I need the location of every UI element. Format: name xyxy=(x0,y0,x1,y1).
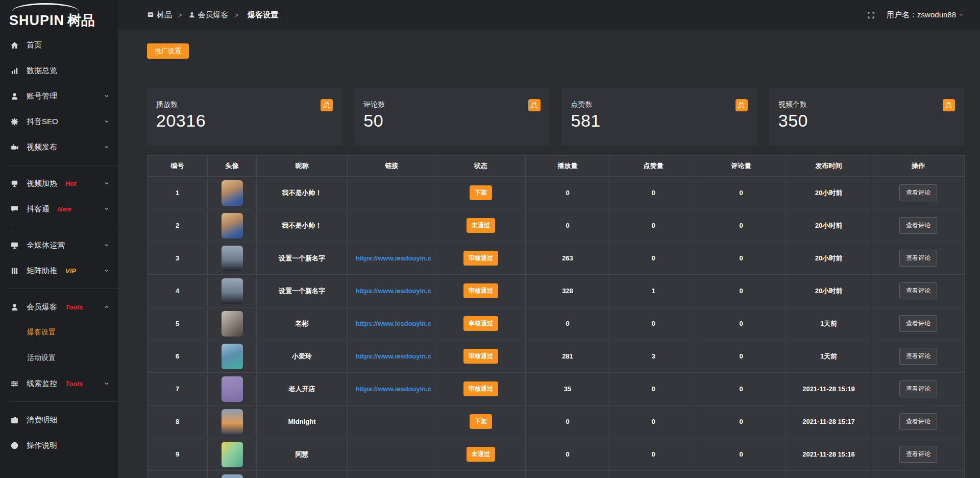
stat-card-title: 播放数 xyxy=(156,100,333,109)
video-link[interactable]: https://www.iesdouyin.c xyxy=(356,352,431,360)
column-header-9: 操作 xyxy=(872,156,965,177)
view-comments-button[interactable]: 查看评论 xyxy=(899,315,937,332)
cell-status: 审核通过 xyxy=(436,275,526,307)
sidebar-item-4[interactable]: 视频发布 xyxy=(0,134,118,160)
sidebar-item-1[interactable]: 数据总览 xyxy=(0,58,118,83)
cell-time xyxy=(786,471,872,478)
chevron-down-icon xyxy=(104,180,110,186)
total-badge: 总 xyxy=(528,99,541,111)
grid-icon xyxy=(10,267,19,275)
avatar xyxy=(222,246,243,271)
video-link[interactable]: https://www.iesdouyin.c xyxy=(356,254,431,262)
video-link[interactable]: https://www.iesdouyin.c xyxy=(356,320,431,327)
cell-likes: 3 xyxy=(610,340,697,373)
cell-status: 未通过 xyxy=(436,209,526,242)
view-comments-button[interactable]: 查看评论 xyxy=(899,348,937,365)
stat-card-1: 评论数50总 xyxy=(354,88,549,146)
cell-likes: 1 xyxy=(610,275,697,307)
chevron-down-icon xyxy=(104,268,110,274)
sidebar-item-11[interactable]: 消费明细 xyxy=(0,407,118,433)
cell-nickname: 设置一个新名字 xyxy=(257,242,348,275)
breadcrumb-item-member[interactable]: 会员爆客 xyxy=(188,10,229,20)
view-comments-button[interactable]: 查看评论 xyxy=(899,250,937,267)
bar-chart-icon xyxy=(10,66,19,75)
sidebar-item-6[interactable]: 抖客通New xyxy=(0,196,118,222)
cell-nickname: Midnight xyxy=(257,405,348,438)
help-icon: ? xyxy=(10,441,19,450)
avatar xyxy=(222,409,243,435)
sidebar-item-7[interactable]: 全媒体运营 xyxy=(0,232,118,258)
status-badge: 审核通过 xyxy=(463,283,498,298)
user-menu[interactable]: 用户名：zswodun88 xyxy=(887,10,964,20)
sidebar-item-9[interactable]: 会员爆客Tools xyxy=(0,294,118,320)
cell-action: 查看评论 xyxy=(872,307,965,340)
cell-action: 查看评论 xyxy=(872,209,965,242)
view-comments-button[interactable]: 查看评论 xyxy=(899,282,937,299)
video-link[interactable]: https://www.iesdouyin.c xyxy=(356,385,431,393)
breadcrumb-item-home[interactable]: 树品 xyxy=(147,10,172,20)
sidebar-item-label: 会员爆客 xyxy=(27,302,57,312)
cell-status: 审核通过 xyxy=(436,373,526,405)
cell-plays: 0 xyxy=(526,438,610,471)
cell-link: https://www.iesdouyin.c xyxy=(348,275,436,307)
view-comments-button[interactable]: 查看评论 xyxy=(899,446,937,463)
sidebar-subitem-9-1[interactable]: 活动设置 xyxy=(0,345,118,371)
breadcrumb-label: 会员爆客 xyxy=(198,10,229,20)
user-icon xyxy=(10,92,19,101)
promotion-settings-button[interactable]: 推广设置 xyxy=(147,43,189,59)
table-row: 4设置一个新名字https://www.iesdouyin.c审核通过32810… xyxy=(148,275,965,307)
table-row: 7老人开店https://www.iesdouyin.c审核通过35002021… xyxy=(148,373,965,405)
cell-link xyxy=(348,405,436,438)
home-icon xyxy=(10,41,19,50)
sidebar-item-5[interactable]: 视频加热Hot xyxy=(0,171,118,196)
column-header-6: 点赞量 xyxy=(610,156,697,177)
chevron-down-icon xyxy=(104,118,110,125)
wallet-icon xyxy=(10,416,19,424)
stat-card-value: 50 xyxy=(363,111,540,131)
cell-nickname: 小爱玲 xyxy=(257,340,348,373)
status-badge: 审核通过 xyxy=(463,349,498,364)
sidebar-item-label: 数据总览 xyxy=(27,66,57,76)
content: 推广设置 播放数20316总评论数50总点赞数581总视频个数350总 编号头像… xyxy=(118,30,980,478)
topbar: 树品 > 会员爆客 > 爆客设置 用户名：zswodun88 xyxy=(118,0,980,30)
cell-likes: 0 xyxy=(610,177,697,209)
view-comments-button[interactable]: 查看评论 xyxy=(899,184,937,201)
sidebar-item-0[interactable]: 首页 xyxy=(0,32,118,58)
avatar xyxy=(222,278,243,304)
cell-comments: 0 xyxy=(697,340,786,373)
sidebar-item-label: 抖客通 xyxy=(27,204,50,214)
fullscreen-icon[interactable] xyxy=(867,11,875,19)
brand-logo[interactable]: SHUPIN树品 xyxy=(0,0,118,30)
cell-nickname: 阿慧 xyxy=(257,438,348,471)
cell-comments: 0 xyxy=(697,209,786,242)
cell-id: 2 xyxy=(148,209,208,242)
column-header-1: 头像 xyxy=(208,156,257,177)
sidebar-subitem-9-0[interactable]: 爆客设置 xyxy=(0,320,118,345)
cell-nickname: 我不是小帅！ xyxy=(257,177,348,209)
column-header-4: 状态 xyxy=(436,156,526,177)
sidebar-item-10[interactable]: 线索监控Tools xyxy=(0,371,118,396)
cell-likes: 0 xyxy=(610,405,697,438)
cell-action: 查看评论 xyxy=(872,405,965,438)
sidebar-item-label: 抖音SEO xyxy=(27,117,58,127)
view-comments-button[interactable]: 查看评论 xyxy=(899,413,937,430)
cell-avatar xyxy=(208,275,257,307)
cell-plays xyxy=(526,471,610,478)
sidebar-item-12[interactable]: ?操作说明 xyxy=(0,433,118,458)
cell-nickname: 我不是小帅！ xyxy=(257,209,348,242)
cell-avatar xyxy=(208,471,257,478)
sidebar-item-label: 视频加热 xyxy=(27,179,57,188)
video-link[interactable]: https://www.iesdouyin.c xyxy=(356,287,431,295)
stat-card-value: 581 xyxy=(571,111,748,131)
sidebar-item-8[interactable]: 矩阵助推VIP xyxy=(0,258,118,283)
sidebar-item-3[interactable]: 抖音SEO xyxy=(0,109,118,134)
stat-card-title: 点赞数 xyxy=(571,100,748,109)
sidebar-item-label: 账号管理 xyxy=(27,91,57,101)
chevron-down-icon xyxy=(104,93,110,99)
sidebar-item-2[interactable]: 账号管理 xyxy=(0,83,118,109)
table-header-row: 编号头像昵称链接状态播放量点赞量评论量发布时间操作 xyxy=(148,156,965,177)
view-comments-button[interactable]: 查看评论 xyxy=(899,217,937,234)
view-comments-button[interactable]: 查看评论 xyxy=(899,380,937,397)
stat-card-2: 点赞数581总 xyxy=(562,88,757,146)
status-badge: 下架 xyxy=(470,414,492,429)
